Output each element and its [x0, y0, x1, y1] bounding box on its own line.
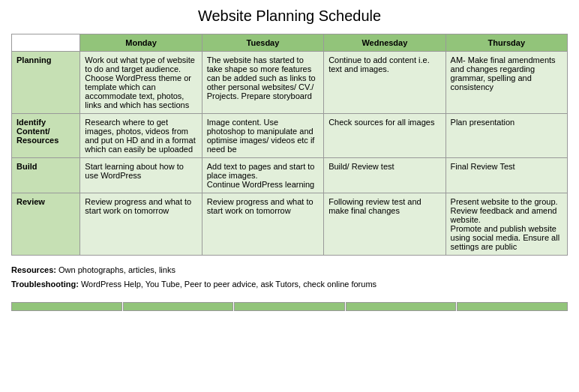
header-thursday: Thursday — [446, 34, 567, 52]
cell-1-monday: Research where to get images, photos, vi… — [80, 114, 202, 158]
bottom-bar-cell-3 — [234, 302, 345, 311]
troubleshooting-label: Troubleshooting: — [11, 280, 79, 289]
troubleshooting-text: WordPress Help, You Tube, Peer to peer a… — [79, 280, 376, 289]
cell-2-tuesday: Add text to pages and start to place ima… — [202, 158, 323, 193]
header-empty — [12, 34, 80, 52]
resources-line: Resources: Own photographs, articles, li… — [11, 263, 568, 277]
table-header-row: Monday Tuesday Wednesday Thursday — [12, 34, 568, 52]
schedule-table: Monday Tuesday Wednesday Thursday Planni… — [11, 34, 568, 256]
bottom-bar-cell-2 — [123, 302, 234, 311]
table-row: BuildStart learning about how to use Wor… — [12, 158, 568, 193]
row-label-2: Build — [12, 158, 80, 193]
troubleshooting-line: Troubleshooting: WordPress Help, You Tub… — [11, 277, 568, 292]
cell-3-wednesday: Following review test and make final cha… — [324, 193, 446, 256]
header-tuesday: Tuesday — [202, 34, 323, 52]
cell-2-thursday: Final Review Test — [446, 158, 567, 193]
bottom-bar-cell-4 — [346, 302, 457, 311]
cell-1-thursday: Plan presentation — [446, 114, 567, 158]
cell-3-tuesday: Review progress and what to start work o… — [202, 193, 323, 256]
table-row: ReviewReview progress and what to start … — [12, 193, 568, 256]
cell-0-wednesday: Continue to add content i.e. text and im… — [324, 52, 446, 114]
footer-section: Resources: Own photographs, articles, li… — [11, 263, 568, 291]
header-wednesday: Wednesday — [324, 34, 446, 52]
row-label-0: Planning — [12, 52, 80, 114]
header-monday: Monday — [80, 34, 202, 52]
resources-label: Resources: — [11, 265, 56, 274]
cell-0-thursday: AM- Make final amendments and changes re… — [446, 52, 567, 114]
cell-2-monday: Start learning about how to use WordPres… — [80, 158, 202, 193]
cell-3-monday: Review progress and what to start work o… — [80, 193, 202, 256]
resources-text: Own photographs, articles, links — [56, 265, 176, 274]
cell-1-tuesday: Image content. Use photoshop to manipula… — [202, 114, 323, 158]
cell-2-wednesday: Build/ Review test — [324, 158, 446, 193]
cell-0-tuesday: The website has started to take shape so… — [202, 52, 323, 114]
row-label-1: Identify Content/ Resources — [12, 114, 80, 158]
cell-0-monday: Work out what type of website to do and … — [80, 52, 202, 114]
row-label-3: Review — [12, 193, 80, 256]
bottom-bar — [11, 302, 568, 311]
cell-3-thursday: Present website to the group. Review fee… — [446, 193, 567, 256]
table-row: Identify Content/ ResourcesResearch wher… — [12, 114, 568, 158]
cell-1-wednesday: Check sources for all images — [324, 114, 446, 158]
bottom-bar-cell-1 — [11, 302, 122, 311]
bottom-bar-cell-5 — [457, 302, 568, 311]
page-title: Website Planning Schedule — [11, 7, 568, 25]
table-row: PlanningWork out what type of website to… — [12, 52, 568, 114]
